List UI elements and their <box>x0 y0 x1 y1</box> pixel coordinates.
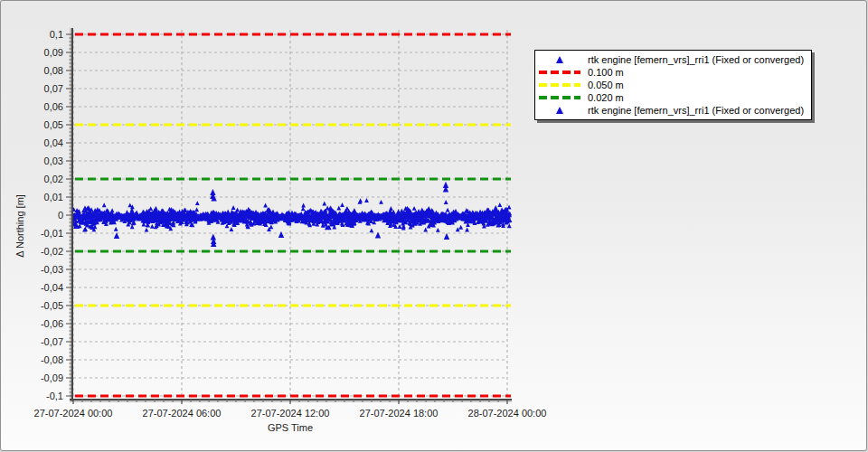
svg-text:28-07-2024 00:00: 28-07-2024 00:00 <box>468 408 547 419</box>
triangle-marker-icon <box>537 56 582 63</box>
legend-entry-1[interactable]: 0.100 m <box>537 66 804 79</box>
svg-text:0,1: 0,1 <box>50 29 63 40</box>
svg-text:0,06: 0,06 <box>44 101 63 112</box>
svg-text:-0,09: -0,09 <box>41 372 63 383</box>
legend-marker-shape <box>539 83 580 87</box>
svg-text:0: 0 <box>58 210 63 221</box>
svg-text:0,07: 0,07 <box>44 83 63 94</box>
dashed-line-marker-icon <box>537 71 582 74</box>
legend-entry-label: 0.050 m <box>582 80 624 90</box>
legend-entry-label: rtk engine [femern_vrs]_rri1 (Fixed or c… <box>582 105 804 116</box>
svg-text:-0,06: -0,06 <box>41 318 63 329</box>
svg-text:-0,1: -0,1 <box>46 391 63 401</box>
svg-text:0,09: 0,09 <box>44 47 63 58</box>
svg-text:27-07-2024 18:00: 27-07-2024 18:00 <box>360 408 439 419</box>
svg-text:-0,08: -0,08 <box>41 354 63 365</box>
legend-entry-4[interactable]: rtk engine [femern_vrs]_rri1 (Fixed or c… <box>537 104 804 117</box>
legend-entry-2[interactable]: 0.050 m <box>537 79 804 91</box>
dashed-line-marker-icon <box>537 83 582 87</box>
svg-text:-0,07: -0,07 <box>41 336 63 347</box>
svg-text:-0,01: -0,01 <box>41 228 63 239</box>
legend-entry-label: 0.100 m <box>582 67 624 78</box>
legend-entry-label: rtk engine [femern_vrs]_rri1 (Fixed or c… <box>582 54 804 65</box>
legend: rtk engine [femern_vrs]_rri1 (Fixed or c… <box>534 50 812 120</box>
legend-entry-3[interactable]: 0.020 m <box>537 91 804 104</box>
data-points <box>71 182 513 247</box>
svg-text:-0,03: -0,03 <box>41 264 63 275</box>
svg-text:0,08: 0,08 <box>44 65 63 76</box>
legend-marker-shape <box>539 96 580 99</box>
svg-text:0,01: 0,01 <box>44 192 63 202</box>
legend-marker-shape <box>556 107 563 114</box>
legend-entry-label: 0.020 m <box>582 92 624 103</box>
legend-entry-0[interactable]: rtk engine [femern_vrs]_rri1 (Fixed or c… <box>537 53 804 66</box>
svg-text:0,02: 0,02 <box>44 174 63 184</box>
svg-text:-0,04: -0,04 <box>41 282 63 293</box>
scatter-series <box>71 182 513 247</box>
svg-text:27-07-2024 12:00: 27-07-2024 12:00 <box>251 408 330 419</box>
legend-marker-shape <box>556 56 563 63</box>
dashed-line-marker-icon <box>537 96 582 99</box>
y-axis-title: Δ Northing [m] <box>14 136 25 316</box>
svg-text:0,03: 0,03 <box>44 155 63 166</box>
legend-marker-shape <box>539 71 580 74</box>
svg-text:-0,05: -0,05 <box>41 300 63 311</box>
chart-panel: 0,10,090,080,070,060,050,040,030,020,010… <box>0 0 867 451</box>
svg-text:0,05: 0,05 <box>44 119 63 130</box>
svg-text:-0,02: -0,02 <box>41 246 63 257</box>
svg-text:27-07-2024 06:00: 27-07-2024 06:00 <box>143 408 222 419</box>
x-axis-title: GPS Time <box>200 422 381 433</box>
triangle-marker-icon <box>537 107 582 114</box>
svg-text:0,04: 0,04 <box>44 137 63 148</box>
svg-text:27-07-2024 00:00: 27-07-2024 00:00 <box>34 408 113 419</box>
